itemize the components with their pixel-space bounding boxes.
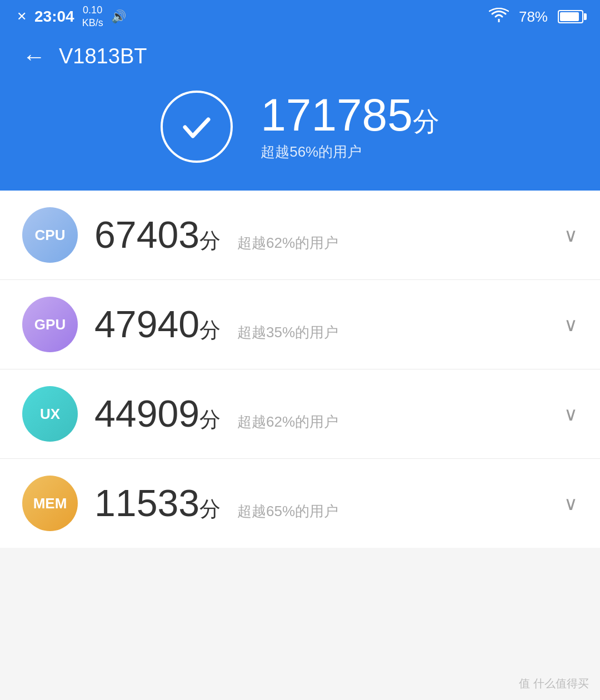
network-speed: 0.10KB/s bbox=[82, 4, 103, 30]
volume-icon: 🔊 bbox=[111, 9, 126, 24]
network-speed-value: 0.10KB/s bbox=[82, 4, 103, 30]
ux-score: 44909 bbox=[94, 394, 199, 432]
footer-watermark: 值 什么值得买 bbox=[519, 676, 589, 691]
score-text-group: 171785分 超越56%的用户 bbox=[261, 92, 439, 162]
device-name: V1813BT bbox=[59, 44, 147, 68]
gpu-badge: GPU bbox=[22, 297, 78, 352]
back-button[interactable]: ← bbox=[22, 45, 46, 68]
total-score-unit: 分 bbox=[413, 107, 439, 136]
mem-chevron-icon: ∨ bbox=[564, 492, 578, 514]
gpu-subtitle: 超越35%的用户 bbox=[237, 323, 547, 342]
ux-chevron-icon: ∨ bbox=[564, 403, 578, 425]
battery-percent: 78% bbox=[519, 8, 548, 26]
wifi-icon bbox=[489, 8, 509, 26]
ux-unit: 分 bbox=[199, 406, 221, 434]
score-subtitle: 超越56%的用户 bbox=[261, 142, 362, 162]
mem-unit: 分 bbox=[199, 495, 221, 523]
checkmark-icon bbox=[177, 107, 216, 146]
total-score-number: 171785 bbox=[261, 89, 413, 140]
status-left: ✕ 23:04 0.10KB/s 🔊 bbox=[17, 4, 126, 30]
checkmark-circle bbox=[161, 91, 233, 163]
cpu-unit: 分 bbox=[199, 227, 221, 255]
mem-badge: MEM bbox=[22, 476, 78, 531]
cpu-score-group: 67403分 超越62%的用户 bbox=[94, 216, 547, 255]
cpu-score: 67403 bbox=[94, 216, 199, 253]
battery-icon bbox=[558, 10, 583, 23]
benchmark-item-mem[interactable]: MEM 11533分 超越65%的用户 ∨ bbox=[0, 459, 600, 548]
benchmark-list: CPU 67403分 超越62%的用户 ∨ GPU 47940分 超越35%的用… bbox=[0, 191, 600, 548]
gpu-score: 47940 bbox=[94, 305, 199, 343]
gpu-score-group: 47940分 超越35%的用户 bbox=[94, 305, 547, 344]
ux-badge: UX bbox=[22, 386, 78, 442]
gpu-chevron-icon: ∨ bbox=[564, 313, 578, 336]
status-time: 23:04 bbox=[34, 8, 74, 26]
cpu-chevron-icon: ∨ bbox=[564, 224, 578, 246]
total-score-line: 171785分 bbox=[261, 92, 439, 138]
status-bar: ✕ 23:04 0.10KB/s 🔊 78% bbox=[0, 0, 600, 33]
gpu-unit: 分 bbox=[199, 316, 221, 344]
ux-subtitle: 超越62%的用户 bbox=[237, 412, 547, 432]
benchmark-item-cpu[interactable]: CPU 67403分 超越62%的用户 ∨ bbox=[0, 191, 600, 280]
status-right: 78% bbox=[489, 8, 583, 26]
benchmark-item-gpu[interactable]: GPU 47940分 超越35%的用户 ∨ bbox=[0, 280, 600, 369]
mem-score-group: 11533分 超越65%的用户 bbox=[94, 484, 547, 523]
ux-score-group: 44909分 超越62%的用户 bbox=[94, 394, 547, 434]
score-section: 171785分 超越56%的用户 bbox=[0, 74, 600, 191]
x-icon: ✕ bbox=[17, 9, 27, 24]
cpu-badge: CPU bbox=[22, 207, 78, 263]
header: ← V1813BT bbox=[0, 33, 600, 74]
benchmark-item-ux[interactable]: UX 44909分 超越62%的用户 ∨ bbox=[0, 369, 600, 459]
cpu-subtitle: 超越62%的用户 bbox=[237, 233, 547, 253]
mem-subtitle: 超越65%的用户 bbox=[237, 502, 547, 521]
mem-score: 11533 bbox=[94, 484, 199, 522]
